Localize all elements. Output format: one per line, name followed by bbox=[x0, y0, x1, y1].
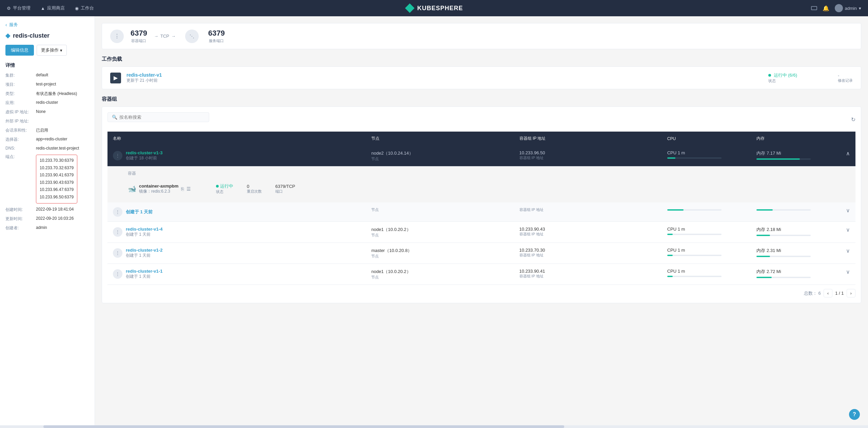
refresh-icon[interactable]: ↻ bbox=[851, 116, 855, 123]
detail-type: 类型: 有状态服务 (Headless) bbox=[5, 91, 89, 97]
pod-avatar-1: ⋮ bbox=[113, 227, 122, 237]
edit-info-button[interactable]: 编辑信息 bbox=[5, 45, 34, 56]
pod-node-label-2: 节点 bbox=[371, 254, 508, 259]
container-status: 运行中 bbox=[220, 183, 233, 189]
cpu-bar-fill-0 bbox=[667, 157, 675, 159]
expand-button-1[interactable]: ∨ bbox=[846, 227, 850, 233]
detail-app: 应用: redis-cluster bbox=[5, 100, 89, 106]
search-bar[interactable]: 🔍 bbox=[107, 112, 209, 122]
nav-workspace[interactable]: ◉ 工作台 bbox=[75, 5, 94, 11]
container-status-cell: 运行中 状态 bbox=[216, 183, 233, 194]
admin-menu[interactable]: admin ▾ bbox=[835, 4, 861, 12]
terminal-icon[interactable]: ☰ bbox=[186, 186, 191, 192]
expand-cell-2[interactable]: ∨ bbox=[841, 243, 855, 264]
expand-cell-3[interactable]: ∨ bbox=[841, 264, 855, 285]
detail-external-ip-label: 外部 IP 地址: bbox=[5, 118, 36, 124]
expand-mid[interactable]: ∨ bbox=[841, 202, 855, 222]
collapse-button-0[interactable]: ∧ bbox=[846, 150, 850, 157]
endpoint-0: 10.233.70.30:6379 bbox=[40, 157, 74, 164]
appstore-icon: ▲ bbox=[41, 6, 45, 11]
nav-appstore[interactable]: ▲ 应用商店 bbox=[41, 5, 65, 11]
expand-cell-1[interactable]: ∨ bbox=[841, 222, 855, 243]
workload-info: redis-cluster-v1 更新于 21 小时前 bbox=[126, 72, 162, 83]
detail-cluster: 集群: default bbox=[5, 73, 89, 78]
col-name: 名称 bbox=[107, 132, 366, 145]
total-label: 总数： bbox=[804, 291, 817, 296]
cluster-dots-icon: ⋮ bbox=[114, 33, 120, 39]
expanded-cell-0: 容器 🐋 container-axmpbm 镜像：redis:6.2.3 bbox=[107, 167, 855, 203]
pod-avatar: ⋮ bbox=[113, 151, 122, 160]
next-page-button[interactable]: › bbox=[847, 289, 855, 297]
sidebar-service-title: ◆ redis-cluster bbox=[5, 32, 89, 39]
detail-app-label: 应用: bbox=[5, 100, 36, 106]
port-cluster-icon: ⋮ bbox=[110, 30, 124, 43]
copy-icon[interactable]: ⎘ bbox=[181, 186, 184, 192]
detail-virtual-ip-value: None bbox=[36, 109, 89, 115]
port-card: ⋮ 6379 容器端口 → TCP → ⋱ 6379 服务端口 bbox=[102, 23, 861, 49]
detail-selector: 选择器: app=redis-cluster bbox=[5, 137, 89, 142]
pod-ip-1: 10.233.90.43 bbox=[519, 227, 656, 232]
pod-name-1[interactable]: redis-cluster-v1-4 bbox=[126, 227, 162, 232]
container-restarts-cell: 0 重启次数 bbox=[247, 184, 262, 194]
container-restarts: 0 bbox=[247, 184, 262, 189]
search-row: 🔍 ↻ bbox=[107, 112, 855, 127]
dots-mid: ⋮ bbox=[116, 210, 120, 214]
total-value: 6 bbox=[818, 291, 821, 296]
pod-cpu-1: CPU 1 m bbox=[667, 227, 746, 232]
pagination: 总数： 6 ‹ 1 / 1 › ? bbox=[107, 285, 855, 297]
detail-type-label: 类型: bbox=[5, 91, 36, 97]
pod-cpu-mid bbox=[662, 202, 751, 222]
sidebar-back-label: 服务 bbox=[9, 22, 18, 28]
pod-avatar-mid: ⋮ bbox=[113, 207, 122, 217]
detail-external-ip: 外部 IP 地址: bbox=[5, 118, 89, 124]
more-actions-button[interactable]: 更多操作 ▾ bbox=[37, 45, 67, 56]
pod-node-label-3: 节点 bbox=[371, 275, 508, 280]
mem-bar-bg-3 bbox=[756, 277, 811, 278]
pod-mem-cell-1: 内存 2.18 Mi bbox=[751, 222, 841, 243]
pod-table-body: ⋮ redis-cluster-v1-3 创建于 18 小时前 node2（10… bbox=[107, 145, 855, 285]
endpoint-5: 10.233.96.50:6379 bbox=[40, 194, 74, 201]
creator-label: 创建者: bbox=[5, 225, 36, 231]
nav-appstore-label: 应用商店 bbox=[47, 5, 65, 11]
pod-ip-cell-2: 10.233.70.30 容器组 IP 地址 bbox=[514, 243, 662, 264]
detail-created-time: 创建时间: 2022-09-19 18:41:04 bbox=[5, 207, 89, 213]
workload-name[interactable]: redis-cluster-v1 bbox=[126, 72, 162, 78]
expand-button-mid[interactable]: ∨ bbox=[846, 207, 850, 214]
port-arrow: → TCP → bbox=[154, 34, 176, 39]
container-port-label: 容器端口 bbox=[131, 38, 146, 43]
mem-bar-fill-mid bbox=[756, 209, 773, 211]
service-tree-icon: ⋱ bbox=[190, 34, 194, 39]
pod-name-3[interactable]: redis-cluster-v1-1 bbox=[126, 269, 162, 274]
cpu-bar-fill-2 bbox=[667, 255, 673, 256]
play-icon: ▶ bbox=[114, 75, 118, 81]
table-header-row: 名称 节点 容器组 IP 地址 CPU 内存 bbox=[107, 132, 855, 145]
pod-name-0[interactable]: redis-cluster-v1-3 bbox=[126, 150, 162, 155]
nav-platform[interactable]: ⚙ 平台管理 bbox=[7, 5, 31, 11]
pod-expand-cell-0[interactable]: ∧ bbox=[841, 145, 855, 167]
expand-button-2[interactable]: ∨ bbox=[846, 248, 850, 254]
detail-dns: DNS: redis-cluster.test-project bbox=[5, 146, 89, 151]
pod-name-2[interactable]: redis-cluster-v1-2 bbox=[126, 248, 162, 253]
pod-ip-label-2: 容器组 IP 地址 bbox=[519, 253, 656, 258]
container-groups-panel: 🔍 ↻ 名称 节点 容器组 IP 地址 CPU 内存 bbox=[102, 106, 861, 303]
expanded-container-row-0: 容器 🐋 container-axmpbm 镜像：redis:6.2.3 bbox=[107, 167, 855, 203]
arrow-left: → bbox=[154, 34, 158, 39]
status-text: 运行中 (6/6) bbox=[774, 73, 797, 78]
gear-icon: ⚙ bbox=[7, 6, 11, 11]
bottom-scrollbar[interactable] bbox=[0, 425, 868, 428]
cpu-bar-fill-3 bbox=[667, 276, 673, 277]
help-button[interactable]: ? bbox=[849, 409, 860, 420]
pod-time-1: 创建于 1 天前 bbox=[126, 232, 162, 237]
pod-avatar-2: ⋮ bbox=[113, 248, 122, 258]
dots-3: ⋮ bbox=[116, 272, 120, 276]
workspace-icon: ◉ bbox=[75, 6, 79, 11]
prev-page-button[interactable]: ‹ bbox=[824, 289, 832, 297]
sidebar-back-button[interactable]: ‹ 服务 bbox=[5, 22, 89, 28]
logo-diamond-icon bbox=[405, 3, 414, 13]
search-input[interactable] bbox=[119, 115, 205, 120]
updated-time-value: 2022-09-20 16:03:26 bbox=[36, 216, 89, 222]
expand-button-3[interactable]: ∨ bbox=[846, 269, 850, 275]
node-label-mid: 节点 bbox=[371, 207, 508, 212]
detail-cluster-label: 集群: bbox=[5, 73, 36, 78]
pod-node-cell-2: master（10.0.20.8） 节点 bbox=[366, 243, 514, 264]
